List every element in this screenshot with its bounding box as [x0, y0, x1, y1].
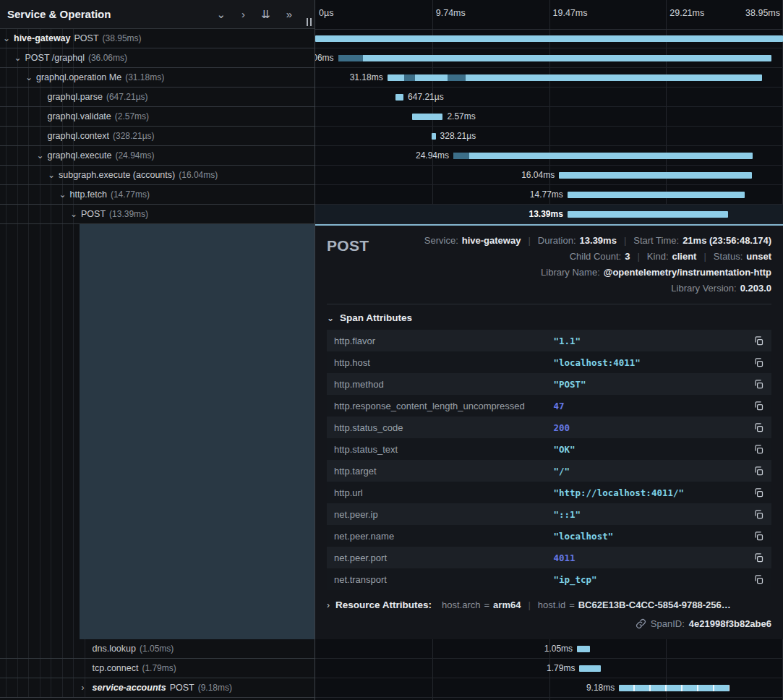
copy-icon[interactable]	[753, 487, 764, 498]
trace-timeline-viewer: Service & Operation ⌄›⇊» ⌄hive-gatewayPO…	[0, 0, 783, 700]
span-bar[interactable]	[388, 74, 762, 81]
span-service-name: service-accounts	[93, 683, 166, 693]
resource-attribute-value: BC62E13B-C4CC-5854-9788-256…	[578, 599, 731, 610]
copy-icon[interactable]	[753, 379, 764, 390]
span-bar-row[interactable]: 1.79ms	[315, 659, 783, 678]
span-operation-name: dns.lookup	[93, 644, 136, 654]
span-operation-name: POST	[74, 33, 99, 43]
tree-row[interactable]: ⌄hive-gatewayPOST(38.95ms)	[0, 29, 315, 48]
span-operation-name: graphql.context	[48, 131, 109, 141]
chevron-right-icon: ›	[327, 600, 330, 610]
span-bar[interactable]	[559, 172, 751, 179]
meta-label: Library Version:	[671, 281, 736, 296]
ruler-tick-label: 0µs	[315, 8, 333, 18]
tree-row[interactable]: ⌄graphql.execute(24.94ms)	[0, 146, 315, 166]
chevron-down-icon[interactable]: ⌄	[48, 171, 59, 179]
span-bar-row[interactable]: 647.21µs	[315, 88, 783, 107]
span-bar[interactable]	[568, 192, 745, 198]
chevron-down-icon[interactable]: ⌄	[25, 73, 36, 82]
span-bar[interactable]	[453, 153, 753, 159]
timeline-panel: 0µs9.74ms19.47ms29.21ms38.95ms 36.06ms31…	[315, 0, 783, 700]
span-bar[interactable]	[338, 55, 771, 61]
span-duration-label: 328.21µs	[436, 127, 476, 145]
attribute-key: http.target	[334, 466, 553, 477]
tree-row[interactable]: graphql.context(328.21µs)	[0, 127, 315, 146]
span-attributes-heading: Span Attributes	[340, 312, 412, 323]
span-bar-row[interactable]	[315, 29, 783, 48]
tree-row[interactable]: ⌄POST(13.39ms)	[0, 205, 315, 224]
attribute-key: net.peer.port	[334, 552, 553, 563]
span-bar[interactable]	[577, 646, 589, 652]
meta-value: unset	[746, 249, 771, 265]
span-bar[interactable]	[412, 114, 443, 120]
span-bar-row[interactable]: 16.04ms	[315, 166, 783, 185]
span-attributes-table: http.flavor"1.1"http.host"localhost:4011…	[327, 330, 771, 590]
chevron-down-icon[interactable]: ⌄	[37, 151, 48, 160]
chevron-down-icon[interactable]: ⌄	[217, 0, 226, 29]
tree-row[interactable]: ⌄POST /graphql(36.06ms)	[0, 48, 315, 68]
tree-row[interactable]: ⌄graphql.operation Me(31.18ms)	[0, 68, 315, 88]
span-detail-header: POST Service:hive-gateway|Duration:13.39…	[327, 233, 771, 296]
copy-icon[interactable]	[753, 422, 764, 433]
span-duration-label: 16.04ms	[521, 166, 559, 184]
span-bar-row[interactable]: 1.05ms	[315, 639, 783, 659]
attribute-row: net.peer.ip"::1"	[327, 503, 771, 525]
meta-separator: |	[703, 249, 706, 265]
copy-icon[interactable]	[753, 357, 764, 368]
chevron-right-icon[interactable]: ›	[82, 683, 93, 692]
span-bar-row[interactable]: 328.21µs	[315, 127, 783, 146]
equals-sign: =	[484, 599, 490, 610]
span-bar-row[interactable]: 13.39ms	[315, 205, 783, 224]
chevron-down-icon[interactable]: ⌄	[59, 190, 70, 199]
panel-resize-handle[interactable]	[307, 18, 312, 26]
copy-icon[interactable]	[753, 466, 764, 477]
span-bar-row[interactable]: 31.18ms	[315, 68, 783, 88]
span-attributes-toggle[interactable]: ⌄ Span Attributes	[327, 304, 771, 330]
link-icon[interactable]	[636, 618, 646, 629]
span-duration-label: 2.57ms	[442, 107, 475, 126]
span-bar[interactable]	[568, 211, 728, 218]
chevron-right-icon[interactable]: ›	[241, 0, 245, 29]
copy-icon[interactable]	[753, 401, 764, 411]
span-bar[interactable]	[395, 94, 403, 101]
meta-label: Service:	[424, 233, 458, 249]
span-bar-row[interactable]: 9.18ms	[315, 678, 783, 698]
span-detail-spacer	[80, 224, 315, 639]
attribute-key: net.peer.name	[334, 531, 553, 542]
copy-icon[interactable]	[753, 552, 764, 563]
span-meta-line: Library Version:0.203.0	[369, 281, 771, 296]
double-chevron-right-icon[interactable]: »	[286, 0, 292, 29]
span-bar-row[interactable]: 14.77ms	[315, 185, 783, 205]
meta-value: 13.39ms	[580, 233, 617, 249]
tree-row[interactable]: graphql.parse(647.21µs)	[0, 88, 315, 107]
attribute-value: "http://localhost:4011/"	[553, 487, 753, 498]
span-bar[interactable]	[315, 35, 783, 42]
span-meta: Service:hive-gateway|Duration:13.39ms|St…	[369, 233, 771, 296]
tree-row[interactable]: ⌄subgraph.execute (accounts)(16.04ms)	[0, 166, 315, 185]
tree-row[interactable]: ⌄http.fetch(14.77ms)	[0, 185, 315, 205]
copy-icon[interactable]	[753, 531, 764, 542]
chevron-down-icon[interactable]: ⌄	[70, 210, 81, 218]
copy-icon[interactable]	[753, 336, 764, 346]
span-bar-row[interactable]: 24.94ms	[315, 146, 783, 166]
chevron-down-icon[interactable]: ⌄	[3, 34, 14, 43]
tree-row[interactable]: tcp.connect(1.79ms)	[0, 659, 315, 678]
attribute-value: "1.1"	[553, 336, 753, 346]
span-bar[interactable]	[579, 665, 601, 672]
attribute-key: http.flavor	[334, 336, 553, 346]
double-chevron-down-icon[interactable]: ⇊	[261, 0, 270, 29]
tree-row[interactable]: ›service-accountsPOST(9.18ms)	[0, 678, 315, 698]
chevron-down-icon[interactable]: ⌄	[14, 54, 25, 62]
resource-attributes-toggle[interactable]: › Resource Attributes: host.arch=arm64|h…	[327, 590, 771, 610]
span-bar-row[interactable]: 36.06ms	[315, 48, 783, 68]
span-duration-label: 1.05ms	[544, 639, 577, 658]
panel-divider[interactable]	[315, 0, 315, 700]
copy-icon[interactable]	[753, 574, 764, 585]
span-duration-label: 13.39ms	[529, 205, 567, 223]
tree-row[interactable]: dns.lookup(1.05ms)	[0, 639, 315, 659]
tree-row[interactable]: graphql.validate(2.57ms)	[0, 107, 315, 127]
copy-icon[interactable]	[753, 444, 764, 455]
span-bar[interactable]	[619, 685, 729, 691]
copy-icon[interactable]	[753, 509, 764, 520]
span-bar-row[interactable]: 2.57ms	[315, 107, 783, 127]
